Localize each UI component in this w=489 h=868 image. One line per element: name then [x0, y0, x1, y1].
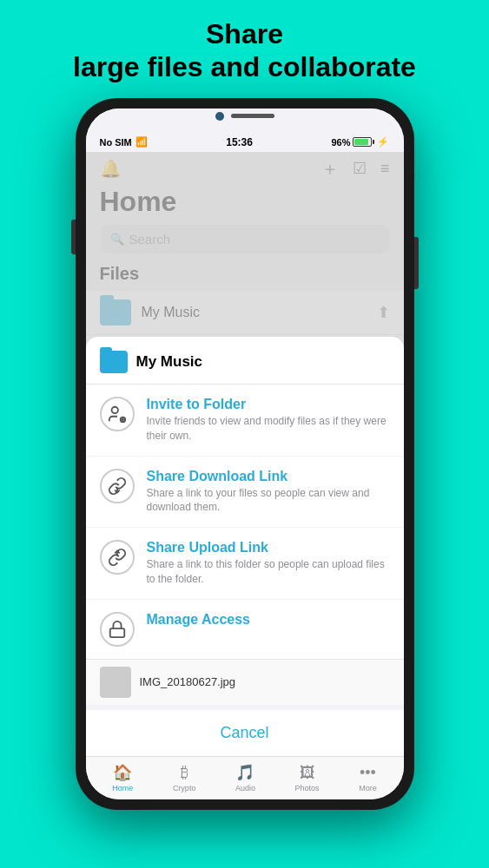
sheet-header: My Music [86, 337, 404, 385]
sheet-item-download[interactable]: Share Download Link Share a link to your… [86, 457, 404, 529]
notch-bar [86, 108, 404, 133]
nav-label-photos: Photos [295, 784, 320, 792]
bottom-sheet: My Music Invite to Folder [86, 337, 404, 756]
sheet-folder-name: My Music [136, 353, 203, 371]
upload-title: Share Upload Link [147, 540, 390, 556]
upload-desc: Share a link to this folder so people ca… [147, 557, 390, 587]
manage-text: Manage Access [147, 612, 390, 629]
nav-label-more: More [359, 784, 377, 792]
sheet-item-upload[interactable]: Share Upload Link Share a link to this f… [86, 528, 404, 600]
invite-text: Invite to Folder Invite friends to view … [147, 397, 390, 444]
nav-label-audio: Audio [235, 784, 255, 792]
download-title: Share Download Link [147, 469, 390, 484]
phone-frame: No SIM 📶 15:36 96% ⚡ 🔔 ＋ [76, 98, 414, 810]
promo-title-line1: Share [73, 17, 416, 50]
download-link-icon [100, 469, 135, 503]
svg-point-0 [111, 407, 117, 413]
bottom-nav: 🏠 Home ₿ Crypto 🎵 Audio 🖼 Photos ••• Mor… [86, 756, 404, 799]
battery-indicator [353, 137, 374, 147]
status-right: 96% ⚡ [331, 136, 389, 148]
manage-title: Manage Access [147, 612, 390, 628]
invite-title: Invite to Folder [147, 397, 390, 412]
manage-icon [100, 612, 135, 647]
sheet-folder-icon [100, 351, 128, 373]
status-left: No SIM 📶 [100, 136, 148, 148]
sheet-item-manage[interactable]: Manage Access [86, 600, 404, 659]
charging-icon: ⚡ [377, 136, 389, 148]
upload-link-icon [100, 540, 135, 575]
app-content: 🔔 ＋ ☑ ≡ Home 🔍 Search Files My M [86, 152, 404, 756]
crypto-icon: ₿ [181, 764, 188, 782]
download-desc: Share a link to your files so people can… [147, 486, 390, 516]
camera-dot [215, 112, 224, 121]
sheet-item-invite[interactable]: Invite to Folder Invite friends to view … [86, 385, 404, 457]
invite-desc: Invite friends to view and modify files … [147, 414, 390, 444]
nav-item-home[interactable]: 🏠 Home [112, 763, 133, 792]
battery-pct-label: 96% [331, 137, 350, 148]
upload-text: Share Upload Link Share a link to this f… [147, 540, 390, 587]
more-icon: ••• [360, 764, 376, 782]
phone-screen: No SIM 📶 15:36 96% ⚡ 🔔 ＋ [86, 108, 404, 799]
status-bar: No SIM 📶 15:36 96% ⚡ [86, 133, 404, 152]
download-text: Share Download Link Share a link to your… [147, 469, 390, 516]
nav-item-photos[interactable]: 🖼 Photos [295, 764, 320, 792]
wifi-icon: 📶 [135, 136, 148, 148]
invite-icon [100, 397, 135, 431]
nav-item-more[interactable]: ••• More [359, 764, 377, 792]
nav-item-crypto[interactable]: ₿ Crypto [173, 764, 196, 792]
svg-rect-6 [109, 628, 124, 637]
audio-icon: 🎵 [235, 763, 254, 782]
photos-icon: 🖼 [300, 764, 315, 782]
speaker-bar [231, 114, 274, 118]
promo-title-line2: large files and collaborate [73, 50, 416, 83]
nav-label-crypto: Crypto [173, 784, 196, 792]
home-icon: 🏠 [113, 763, 132, 782]
file-preview-name: IMG_20180627.jpg [140, 675, 236, 688]
carrier-label: No SIM [100, 137, 132, 148]
camera-area [215, 112, 274, 121]
nav-item-audio[interactable]: 🎵 Audio [235, 763, 255, 792]
nav-label-home: Home [112, 784, 133, 792]
cancel-button[interactable]: Cancel [86, 705, 404, 756]
status-time: 15:36 [226, 136, 253, 148]
app-promo-header: Share large files and collaborate [73, 17, 416, 84]
